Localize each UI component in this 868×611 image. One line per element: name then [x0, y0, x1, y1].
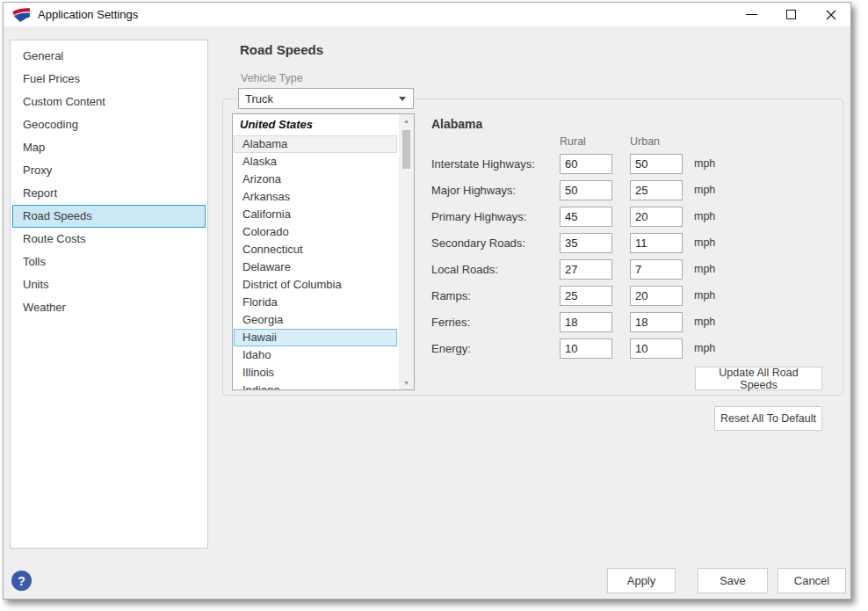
vehicle-type-select[interactable]: Truck [238, 88, 414, 109]
app-logo-icon [11, 7, 31, 23]
list-item-colorado[interactable]: Colorado [234, 223, 397, 241]
sidebar-item-custom-content[interactable]: Custom Content [12, 91, 206, 113]
row-label: Local Roads: [431, 263, 560, 276]
urban-speed-input[interactable] [630, 338, 683, 359]
vehicle-type-label: Vehicle Type [241, 72, 303, 84]
window-controls [732, 3, 850, 26]
sidebar-item-weather[interactable]: Weather [12, 296, 206, 319]
sidebar-item-fuel-prices[interactable]: Fuel Prices [12, 68, 206, 91]
list-item-illinois[interactable]: Illinois [234, 364, 397, 382]
sidebar-item-road-speeds[interactable]: Road Speeds [12, 205, 206, 228]
close-button[interactable] [811, 3, 850, 26]
rural-speed-input[interactable] [560, 233, 612, 253]
help-icon[interactable]: ? [11, 571, 32, 591]
urban-speed-input[interactable] [630, 259, 683, 280]
window-title: Application Settings [38, 8, 138, 21]
speed-row-major: Major Highways: mph [431, 177, 748, 203]
list-item-hawaii[interactable]: Hawaii [234, 329, 397, 346]
sidebar-item-general[interactable]: General [12, 45, 206, 68]
application-settings-window: Application Settings General Fuel Prices… [3, 2, 851, 600]
list-item-district-of-columbia[interactable]: District of Columbia [234, 276, 397, 294]
list-item-indiana[interactable]: Indiana [234, 382, 397, 390]
speed-row-energy: Energy: mph [431, 335, 748, 361]
speed-row-ramps: Ramps: mph [431, 282, 748, 309]
row-label: Ramps: [431, 289, 560, 302]
unit-label: mph [694, 157, 715, 170]
list-item-delaware[interactable]: Delaware [234, 258, 397, 276]
rural-speed-input[interactable] [560, 312, 612, 332]
unit-label: mph [694, 263, 715, 275]
unit-label: mph [694, 210, 715, 222]
save-button[interactable]: Save [698, 568, 768, 593]
list-item-arizona[interactable]: Arizona [234, 171, 397, 188]
rural-speed-input[interactable] [560, 259, 612, 280]
urban-speed-input[interactable] [630, 180, 683, 200]
row-label: Interstate Highways: [431, 157, 560, 171]
sidebar-item-route-costs[interactable]: Route Costs [12, 228, 206, 251]
list-item-georgia[interactable]: Georgia [234, 311, 397, 329]
speed-row-secondary: Secondary Roads: mph [431, 229, 748, 256]
speed-row-primary: Primary Highways: mph [431, 203, 748, 229]
vehicle-type-value: Truck [245, 92, 273, 105]
urban-speed-input[interactable] [630, 233, 683, 253]
unit-label: mph [694, 236, 715, 249]
urban-speed-input[interactable] [630, 154, 683, 174]
cancel-button[interactable]: Cancel [778, 568, 846, 593]
unit-label: mph [694, 184, 715, 196]
maximize-button[interactable] [771, 3, 811, 26]
urban-speed-input[interactable] [630, 286, 683, 306]
list-item-alaska[interactable]: Alaska [234, 153, 397, 171]
column-header-urban: Urban [630, 135, 660, 148]
minimize-icon [746, 14, 757, 15]
state-listbox: United States Alabama Alaska Arizona Ark… [232, 113, 415, 390]
list-item-connecticut[interactable]: Connecticut [234, 241, 397, 258]
state-detail-title: Alabama [431, 117, 482, 131]
list-item-florida[interactable]: Florida [234, 294, 397, 311]
settings-sidebar: General Fuel Prices Custom Content Geoco… [10, 40, 208, 549]
minimize-button[interactable] [732, 3, 771, 26]
urban-speed-input[interactable] [630, 207, 683, 227]
apply-button[interactable]: Apply [607, 568, 676, 593]
list-item-alabama[interactable]: Alabama [234, 135, 397, 153]
unit-label: mph [694, 316, 715, 328]
unit-label: mph [694, 342, 715, 354]
chevron-down-icon [399, 97, 406, 101]
speed-row-local: Local Roads: mph [431, 256, 748, 282]
sidebar-item-report[interactable]: Report [12, 182, 206, 205]
page-title: Road Speeds [240, 42, 323, 57]
speed-row-ferries: Ferries: mph [431, 309, 748, 335]
unit-label: mph [694, 289, 715, 302]
rural-speed-input[interactable] [560, 338, 612, 359]
row-label: Primary Highways: [431, 210, 560, 223]
sidebar-item-proxy[interactable]: Proxy [12, 159, 206, 182]
sidebar-item-map[interactable]: Map [12, 136, 206, 159]
rural-speed-input[interactable] [560, 180, 612, 200]
update-all-road-speeds-button[interactable]: Update All Road Speeds [695, 367, 822, 390]
state-list-header: United States [233, 114, 397, 135]
state-list-scrollbar[interactable]: ▲ ▼ [399, 114, 414, 389]
list-item-arkansas[interactable]: Arkansas [234, 188, 397, 206]
speed-rows: Interstate Highways: mph Major Highways:… [431, 150, 748, 361]
list-item-idaho[interactable]: Idaho [234, 346, 397, 364]
sidebar-item-tolls[interactable]: Tolls [12, 251, 206, 273]
close-icon [826, 10, 836, 20]
rural-speed-input[interactable] [560, 154, 612, 174]
reset-all-to-default-button[interactable]: Reset All To Default [714, 406, 822, 431]
scroll-down-icon[interactable]: ▼ [399, 376, 414, 389]
titlebar: Application Settings [4, 3, 850, 26]
scrollbar-thumb[interactable] [402, 130, 410, 169]
list-item-california[interactable]: California [234, 206, 397, 223]
rural-speed-input[interactable] [560, 286, 612, 306]
maximize-icon [786, 10, 796, 19]
row-label: Energy: [431, 342, 560, 355]
sidebar-item-geocoding[interactable]: Geocoding [12, 113, 206, 136]
sidebar-item-units[interactable]: Units [12, 273, 206, 296]
row-label: Secondary Roads: [431, 236, 560, 250]
scroll-up-icon[interactable]: ▲ [399, 114, 414, 127]
column-header-rural: Rural [560, 135, 586, 148]
row-label: Major Highways: [431, 184, 560, 197]
urban-speed-input[interactable] [630, 312, 683, 332]
speed-row-interstate: Interstate Highways: mph [431, 150, 748, 177]
rural-speed-input[interactable] [560, 207, 612, 227]
row-label: Ferries: [431, 316, 560, 329]
